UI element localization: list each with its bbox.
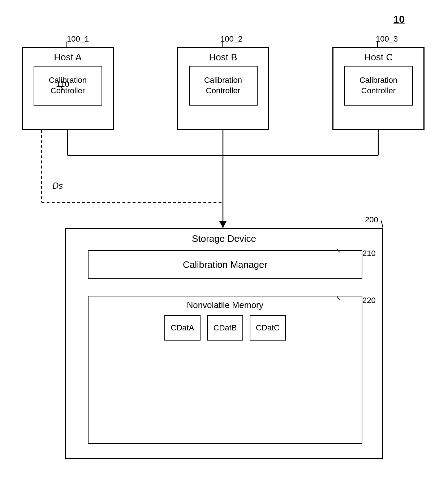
host-c-label: Host C xyxy=(333,52,423,63)
storage-box: Storage Device Calibration Manager 210 N… xyxy=(65,228,383,459)
host-b-label: Host B xyxy=(178,52,268,63)
cdat-b: CDatB xyxy=(207,315,243,341)
cal-manager-box: Calibration Manager xyxy=(88,250,362,279)
host-c-inner: CalibrationController xyxy=(344,66,413,106)
host-a-label: Host A xyxy=(23,52,113,63)
cdat-c: CDatC xyxy=(250,315,286,341)
host-c-box: Host C CalibrationController xyxy=(332,47,425,130)
host-c-inner-label: CalibrationController xyxy=(359,75,397,96)
diagram: 10 Host A CalibrationController 100_1 11… xyxy=(0,0,448,479)
ref-110: 110 xyxy=(56,80,69,89)
cal-manager-label: Calibration Manager xyxy=(183,259,267,270)
ref-100-3: 100_3 xyxy=(376,34,398,44)
svg-marker-13 xyxy=(219,221,227,228)
figure-number: 10 xyxy=(393,14,405,25)
nonvol-box: Nonvolatile Memory CDatA CDatB CDatC xyxy=(88,296,362,444)
cdat-row: CDatA CDatB CDatC xyxy=(89,315,362,341)
svg-line-6 xyxy=(381,221,383,228)
host-b-inner: CalibrationController xyxy=(189,66,258,106)
ref-210: 210 xyxy=(362,249,376,258)
ref-100-1: 100_1 xyxy=(67,34,89,44)
ref-220: 220 xyxy=(362,296,376,305)
ds-label: Ds xyxy=(52,181,63,191)
ref-200: 200 xyxy=(365,215,378,224)
nonvol-label: Nonvolatile Memory xyxy=(89,300,362,310)
ref-100-2: 100_2 xyxy=(220,34,242,44)
cdat-a: CDatA xyxy=(164,315,201,341)
storage-label: Storage Device xyxy=(66,233,382,244)
host-b-box: Host B CalibrationController xyxy=(177,47,269,130)
host-b-inner-label: CalibrationController xyxy=(204,75,242,96)
